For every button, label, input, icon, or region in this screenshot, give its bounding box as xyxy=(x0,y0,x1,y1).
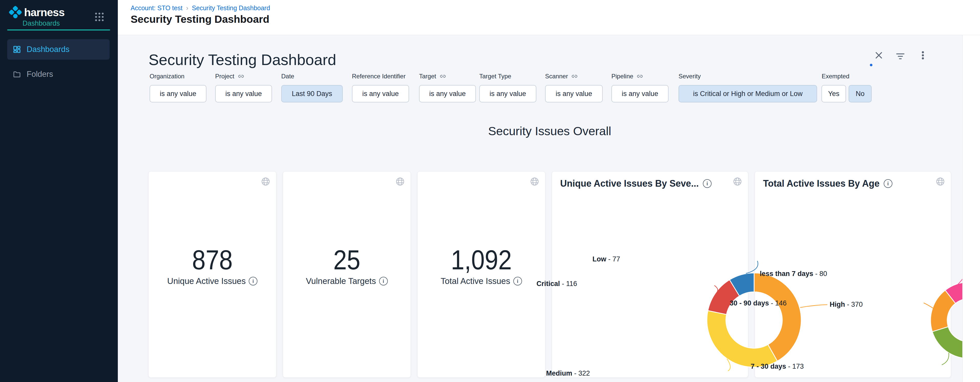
sidebar-item-label: Dashboards xyxy=(27,45,69,54)
filter-label-reference-identifier: Reference Identifier xyxy=(352,73,406,80)
info-icon[interactable]: i xyxy=(249,277,258,285)
filter-label-target-type: Target Type xyxy=(479,73,511,80)
sidebar: harness Dashboards Dashboards Folders xyxy=(0,0,118,382)
kpi-value: 25 xyxy=(283,243,410,276)
slice-label-low: Low - 77 xyxy=(592,255,620,263)
info-icon[interactable]: i xyxy=(379,277,388,285)
slice-label-high: High - 370 xyxy=(830,301,863,309)
globe-icon xyxy=(935,177,945,186)
product-name: Dashboards xyxy=(22,19,60,27)
harness-logo-icon xyxy=(9,6,22,19)
slice-label-medium: Medium - 322 xyxy=(546,369,590,377)
dashboard-content: Security Testing Dashboard Organizationi… xyxy=(118,35,963,382)
breadcrumb-chevron-icon: › xyxy=(186,4,188,12)
link-icon xyxy=(636,73,643,79)
brand[interactable]: harness xyxy=(9,6,65,19)
filter-label-pipeline: Pipeline xyxy=(611,73,643,80)
sidebar-accent-rule xyxy=(7,29,110,30)
slice-label-critical: Critical - 116 xyxy=(536,280,577,288)
filter-label-project: Project xyxy=(215,73,244,80)
kpi-tile-unique-active-issues: 878Unique Active Issuesi xyxy=(148,171,276,378)
filter-label-organization: Organization xyxy=(150,73,185,80)
sidebar-item-label: Folders xyxy=(27,70,53,79)
filter-value-date[interactable]: Last 90 Days xyxy=(281,85,343,102)
dashboard-title: Security Testing Dashboard xyxy=(149,51,336,69)
kpi-tile-vulnerable-targets: 25Vulnerable Targetsi xyxy=(283,171,411,378)
exempted-option-no[interactable]: No xyxy=(849,85,872,102)
breadcrumb: Account: STO test › Security Testing Das… xyxy=(130,4,270,12)
filter-value-pipeline[interactable]: is any value xyxy=(611,85,668,102)
page-title: Security Testing Dashboard xyxy=(130,13,269,25)
filter-lines-icon[interactable] xyxy=(896,51,905,61)
exempted-option-yes[interactable]: Yes xyxy=(821,85,846,102)
kpi-label: Unique Active Issuesi xyxy=(149,276,276,286)
info-icon[interactable]: i xyxy=(884,179,892,188)
sidebar-item-dashboards[interactable]: Dashboards xyxy=(7,39,110,60)
app-grid-icon[interactable] xyxy=(94,12,105,22)
link-icon xyxy=(439,73,446,79)
filter-value-scanner[interactable]: is any value xyxy=(545,85,603,102)
filter-value-target[interactable]: is any value xyxy=(419,85,476,102)
filter-label-date: Date xyxy=(281,73,294,80)
globe-icon xyxy=(395,177,405,186)
info-icon[interactable]: i xyxy=(513,277,522,285)
kpi-label: Total Active Issuesi xyxy=(417,276,545,286)
filter-value-organization[interactable]: is any value xyxy=(150,85,207,102)
kpi-value: 878 xyxy=(149,243,276,276)
slice-label-7-30-days: 7 - 30 days - 173 xyxy=(751,363,804,371)
globe-icon xyxy=(530,177,539,186)
globe-icon xyxy=(733,177,742,186)
sidebar-item-folders[interactable]: Folders xyxy=(7,64,110,84)
filter-value-project[interactable]: is any value xyxy=(215,85,272,102)
close-icon[interactable] xyxy=(874,51,884,60)
kebab-menu-icon[interactable] xyxy=(918,51,928,60)
folder-icon xyxy=(13,70,21,78)
dashboards-icon xyxy=(13,45,21,54)
kpi-value: 1,092 xyxy=(417,243,545,276)
breadcrumb-account-link[interactable]: Account: STO test xyxy=(130,4,182,12)
kpi-label: Vulnerable Targetsi xyxy=(283,276,410,286)
filter-label-scanner: Scanner xyxy=(545,73,578,80)
chart-title: Total Active Issues By Agei xyxy=(763,178,892,189)
filter-label-severity: Severity xyxy=(679,73,701,80)
info-icon[interactable]: i xyxy=(703,179,711,188)
chart-title: Unique Active Issues By Seve...i xyxy=(560,178,711,189)
cursor-dot xyxy=(870,64,872,66)
filter-label-target: Target xyxy=(419,73,446,80)
link-icon xyxy=(571,73,578,79)
harness-dashboard-page: harness Dashboards Dashboards Folders xyxy=(0,0,980,382)
globe-icon xyxy=(261,177,270,186)
filter-label-exempted: Exempted xyxy=(822,73,850,80)
filter-value-target-type[interactable]: is any value xyxy=(479,85,536,102)
filter-value-reference-identifier[interactable]: is any value xyxy=(352,85,409,102)
breadcrumb-dashboard-link[interactable]: Security Testing Dashboard xyxy=(192,4,270,12)
slice-label-less-than-7-days: less than 7 days - 80 xyxy=(760,270,827,278)
slice-label-30-90-days: 30 - 90 days - 146 xyxy=(730,299,787,307)
link-icon xyxy=(238,73,244,79)
scroll-gutter[interactable] xyxy=(963,35,980,382)
page-header: Account: STO test › Security Testing Das… xyxy=(118,0,980,35)
filter-value-severity[interactable]: is Critical or High or Medium or Low xyxy=(679,85,817,102)
section-title: Security Issues Overall xyxy=(148,124,951,138)
brand-name: harness xyxy=(24,6,65,19)
kpi-tile-total-active-issues: 1,092Total Active Issuesi xyxy=(417,171,545,378)
